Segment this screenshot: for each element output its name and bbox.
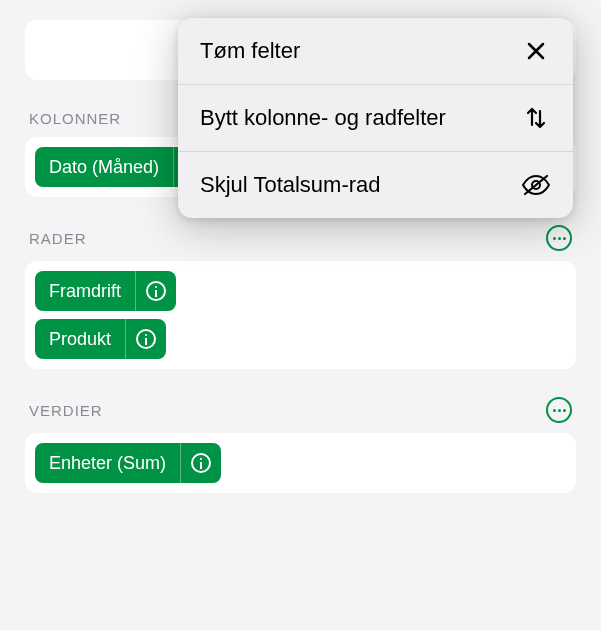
menu-item-swap-fields[interactable]: Bytt kolonne- og radfelter [178,85,573,152]
pill-produkt[interactable]: Produkt [35,319,166,359]
rows-field-container[interactable]: Framdrift Produkt [25,261,576,369]
pill-label: Produkt [35,319,125,359]
pill-info-button[interactable] [126,319,166,359]
popover-menu: Tøm felter Bytt kolonne- og radfelter Sk… [178,18,573,218]
pill-label: Enheter (Sum) [35,443,180,483]
pill-label: Dato (Måned) [35,147,173,187]
hide-icon [521,170,551,200]
info-icon [191,453,211,473]
menu-item-clear-fields[interactable]: Tøm felter [178,18,573,85]
menu-item-label: Skjul Totalsum-rad [200,172,509,198]
info-icon [136,329,156,349]
menu-item-label: Bytt kolonne- og radfelter [200,105,509,131]
section-columns-label: KOLONNER [29,110,121,127]
pill-info-button[interactable] [181,443,221,483]
values-field-container[interactable]: Enheter (Sum) [25,433,576,493]
section-rows-header: RADER [25,225,576,251]
section-values-header: VERDIER [25,397,576,423]
swap-icon [521,103,551,133]
more-icon[interactable] [546,397,572,423]
pill-label: Framdrift [35,271,135,311]
pill-info-button[interactable] [136,271,176,311]
menu-item-label: Tøm felter [200,38,509,64]
section-rows-label: RADER [29,230,87,247]
info-icon [146,281,166,301]
pill-framdrift[interactable]: Framdrift [35,271,176,311]
pill-enheter-sum[interactable]: Enheter (Sum) [35,443,221,483]
section-values-label: VERDIER [29,402,103,419]
menu-item-hide-total-row[interactable]: Skjul Totalsum-rad [178,152,573,218]
close-icon [521,36,551,66]
more-icon[interactable] [546,225,572,251]
section-values: VERDIER Enheter (Sum) [25,397,576,493]
section-rows: RADER Framdrift Produkt [25,225,576,369]
